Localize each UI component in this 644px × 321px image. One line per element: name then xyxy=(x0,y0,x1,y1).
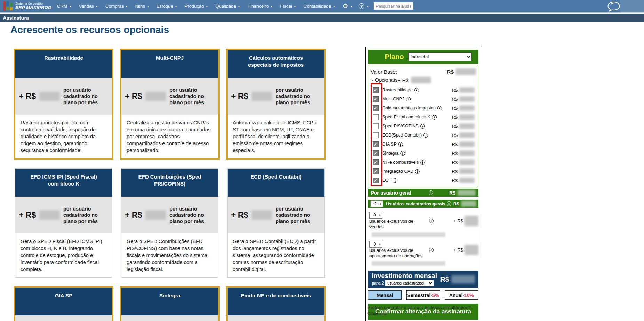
menu-fiscal[interactable]: Fiscal xyxy=(280,3,296,9)
info-icon[interactable] xyxy=(415,169,420,174)
help-search-input[interactable] xyxy=(374,2,413,10)
checkbox-multi-cnpj[interactable] xyxy=(373,96,379,102)
checkbox-sped-pis-cofins[interactable] xyxy=(373,123,379,129)
menu-itens[interactable]: Itens xyxy=(135,3,149,9)
redacted-value xyxy=(464,245,478,255)
usuarios-vendas-stepper[interactable]: 0 ▲▼ xyxy=(369,212,382,219)
checkbox-calc-impostos[interactable] xyxy=(373,105,379,111)
info-icon[interactable] xyxy=(406,97,411,101)
usuarios-apontamento-stepper[interactable]: 0 ▲▼ xyxy=(369,241,382,248)
gear-dropdown-caret-icon[interactable] xyxy=(351,4,352,8)
help-dropdown-caret-icon[interactable] xyxy=(367,4,369,8)
card-nfe-combustiveis: Emitir NF-e de combustíveis + R$ por usu… xyxy=(226,286,326,321)
option-label: GIA SP xyxy=(382,142,397,147)
breadcrumb-title: Assinatura xyxy=(3,15,29,21)
checkbox-gia-sp[interactable] xyxy=(373,141,379,147)
opcionais-row[interactable]: Opcionais + R$ xyxy=(371,76,476,84)
opcionais-label: Opcionais xyxy=(375,77,397,83)
option-row-multi-cnpj: Multi-CNPJ R$ xyxy=(371,94,476,104)
period-label: Anual xyxy=(449,293,463,298)
investimento-bar: Investimento mensal para 2 usuários cada… xyxy=(368,271,478,288)
info-icon[interactable] xyxy=(423,133,428,138)
menu-producao[interactable]: Produção xyxy=(185,3,208,9)
menu-estoque[interactable]: Estoque xyxy=(157,3,177,9)
price-prefix: + R$ xyxy=(19,92,36,101)
price-note: por usuário cadastrado no plano por mês xyxy=(169,206,215,224)
checkbox-nfe-combustiveis[interactable] xyxy=(373,159,379,165)
option-label: Multi-CNPJ xyxy=(382,97,404,101)
info-icon[interactable] xyxy=(437,106,442,110)
checkbox-ecf[interactable] xyxy=(373,178,379,183)
stepper-arrows-icon[interactable]: ▲▼ xyxy=(379,243,381,246)
top-navbar: Sistema de gestão ERP MAXIPROD CRM Venda… xyxy=(0,0,644,13)
card-title: ECD (Sped Contábil) xyxy=(228,169,324,197)
checkbox-sped-fiscal[interactable] xyxy=(373,114,379,120)
card-price-section: + R$ por usuário cadastrado no plano por… xyxy=(228,197,324,233)
checkbox-ecd[interactable] xyxy=(373,132,379,138)
redacted-price-value xyxy=(145,92,166,101)
price-prefix: + R$ xyxy=(231,211,248,220)
option-label: ECD(Sped Contábil) xyxy=(382,133,422,138)
subscription-panel: Plano Industrial Valor Base: R$ Opcionai… xyxy=(365,47,481,321)
menu-contabilidade[interactable]: Contabilidade xyxy=(303,3,335,9)
redacted-value xyxy=(464,216,478,226)
info-icon[interactable] xyxy=(414,88,419,92)
stepper-arrows-icon[interactable]: ▲▼ xyxy=(379,214,381,217)
info-icon[interactable] xyxy=(429,190,433,195)
panel-footer: Prefere controlar o uso por acessos simu… xyxy=(367,305,482,316)
price-prefix: + R$ xyxy=(125,211,142,220)
usuarios-gerais-stepper[interactable]: 2 ▲▼ xyxy=(370,200,383,207)
option-currency: R$ xyxy=(452,160,458,165)
card-price-section: + R$ por usuário cadastrado no plano por… xyxy=(228,78,324,115)
breadcrumb: Assinatura xyxy=(0,14,644,22)
redacted-value xyxy=(459,114,475,120)
plan-select[interactable]: Industrial xyxy=(408,52,472,61)
stepper-value: 0 xyxy=(373,241,377,247)
card-description: Gera o SPED Contábil (ECD) a partir dos … xyxy=(228,233,324,277)
checkbox-integracao-cad[interactable] xyxy=(373,168,379,174)
checkbox-sintegra[interactable] xyxy=(373,150,379,156)
option-currency: R$ xyxy=(452,115,458,120)
chat-bubble-icon[interactable] xyxy=(606,1,621,14)
info-icon[interactable] xyxy=(393,178,397,183)
brand[interactable]: Sistema de gestão ERP MAXIPROD xyxy=(3,1,51,11)
menu-vendas[interactable]: Vendas xyxy=(79,3,97,9)
info-icon[interactable] xyxy=(398,142,403,147)
period-mensal-button[interactable]: Mensal xyxy=(368,290,402,300)
info-icon[interactable] xyxy=(447,201,451,206)
usuarios-gerais-currency: R$ xyxy=(453,201,459,206)
checkbox-rastreabilidade[interactable] xyxy=(373,87,379,93)
card-rastreabilidade: Rastreabilidade + R$ por usuário cadastr… xyxy=(14,49,113,160)
info-icon[interactable] xyxy=(420,124,425,129)
menu-financeiro[interactable]: Financeiro xyxy=(248,3,273,9)
collapse-triangle-icon[interactable] xyxy=(371,78,373,82)
option-currency: R$ xyxy=(452,151,458,156)
option-currency: R$ xyxy=(452,106,458,111)
card-price-section: + R$ por usuário cadastrado no plano por… xyxy=(15,315,112,321)
period-anual-button[interactable]: Anual-10% xyxy=(445,290,478,300)
info-icon[interactable] xyxy=(429,248,434,252)
stepper-arrows-icon[interactable]: ▲▼ xyxy=(379,203,382,205)
card-description: Rastreia produtos por lote com controle … xyxy=(15,115,112,158)
gear-icon[interactable] xyxy=(343,2,348,10)
info-icon[interactable] xyxy=(432,115,437,120)
info-icon[interactable] xyxy=(429,219,434,223)
info-icon[interactable] xyxy=(400,151,405,156)
redacted-value xyxy=(461,201,476,207)
info-icon[interactable] xyxy=(420,160,425,165)
usuarios-vendas-row: 0 ▲▼ usuários exclusivos de vendas + R$ xyxy=(368,212,478,230)
clique-aqui-link[interactable]: Clique aqui xyxy=(367,311,387,315)
redacted-value xyxy=(456,68,476,75)
price-note: por usuário cadastrado no plano por mês xyxy=(63,206,109,224)
menu-crm[interactable]: CRM xyxy=(57,3,71,9)
plan-header: Plano Industrial xyxy=(368,50,478,64)
card-price-section: + R$ por usuário cadastrado no plano por… xyxy=(15,197,112,233)
simultaneous-access-question: Prefere controlar o uso por acessos simu… xyxy=(367,305,471,310)
help-icon[interactable] xyxy=(359,3,364,9)
menu-qualidade[interactable]: Qualidade xyxy=(215,3,240,9)
menu-compras[interactable]: Compras xyxy=(105,3,128,9)
card-title: EFD Contribuições (Sped PIS/COFINS) xyxy=(121,169,218,197)
period-semestral-button[interactable]: Semestral-5% xyxy=(406,290,440,300)
user-mode-select[interactable]: usuários cadastrados xyxy=(385,280,434,286)
redacted-price-value xyxy=(39,92,60,101)
